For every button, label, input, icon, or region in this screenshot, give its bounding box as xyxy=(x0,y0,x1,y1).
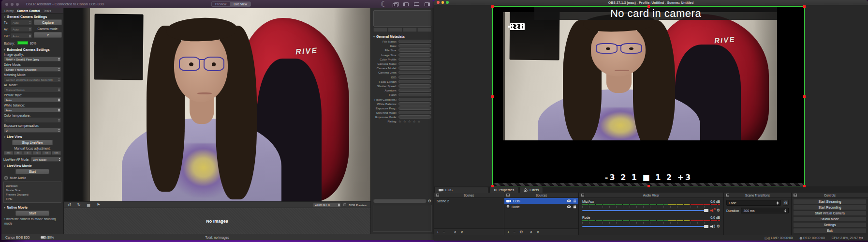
tab-library[interactable]: Library xyxy=(4,9,14,13)
popout-icon[interactable] xyxy=(581,194,584,197)
move-scene-up-button[interactable]: ∧ xyxy=(454,230,456,234)
channel-button[interactable] xyxy=(403,28,417,32)
remove-scene-button[interactable]: − xyxy=(443,230,445,234)
resize-handle[interactable] xyxy=(647,185,650,187)
volume-slider-handle[interactable] xyxy=(704,209,708,212)
resize-handle[interactable] xyxy=(491,5,494,8)
gear-icon[interactable]: ⚙ xyxy=(717,225,720,228)
resize-handle[interactable] xyxy=(803,95,806,98)
tab-camera-control[interactable]: Camera Control xyxy=(17,9,40,13)
extended-camera-settings-header[interactable]: ▾ Extended Camera Settings xyxy=(1,46,63,52)
minimize-button[interactable] xyxy=(11,3,14,6)
mute-speaker-icon[interactable] xyxy=(710,209,715,212)
setting-dropdown[interactable]: Center-Weighted Average Metering xyxy=(4,77,61,82)
control-button[interactable]: Settings xyxy=(793,222,867,227)
duration-input[interactable]: 300 ms xyxy=(741,208,789,213)
grid-overlay-icon[interactable]: ▦ xyxy=(87,203,90,207)
tab-eos-properties[interactable]: EOS xyxy=(434,187,488,193)
resize-handle[interactable] xyxy=(803,185,806,187)
volume-slider[interactable] xyxy=(582,226,708,227)
duration-stepper[interactable] xyxy=(784,209,786,212)
visibility-eye-icon[interactable] xyxy=(567,199,571,202)
setting-dropdown[interactable]: Single-Frame Shooting xyxy=(4,67,61,72)
toggle-bottom-panel-icon[interactable] xyxy=(414,2,419,6)
focus-step-button[interactable]: < xyxy=(23,151,32,155)
add-source-button[interactable]: + xyxy=(507,230,510,234)
setting-dropdown[interactable]: Auto xyxy=(4,97,61,102)
focus-step-button[interactable]: >> xyxy=(42,151,51,155)
channel-button[interactable] xyxy=(388,28,402,32)
focus-step-button[interactable]: >>> xyxy=(52,151,61,155)
popout-icon[interactable] xyxy=(726,194,729,197)
selected-video-source[interactable]: RIVE No card in camera -3 2 xyxy=(493,7,804,186)
speaker-icon[interactable] xyxy=(710,225,715,228)
toggle-left-panel-icon[interactable] xyxy=(403,2,409,6)
setting-dropdown[interactable]: Auto xyxy=(4,107,61,112)
volume-slider-handle[interactable] xyxy=(704,225,708,228)
native-movie-header[interactable]: ▾ Native Movie xyxy=(1,204,63,210)
source-row-rode[interactable]: Rode xyxy=(504,204,578,210)
setting-dropdown[interactable]: RAW + Small1 Fine Jpeg xyxy=(4,57,61,61)
visibility-eye-icon[interactable] xyxy=(567,205,571,208)
transition-type-select[interactable]: Fade xyxy=(726,200,781,206)
setting-dropdown[interactable]: Manual Focus xyxy=(4,87,61,92)
transition-gear-button[interactable]: ⚙ xyxy=(783,200,789,206)
zoom-dropdown[interactable]: Zoom to Fit xyxy=(313,203,341,207)
control-button[interactable]: Exit xyxy=(793,228,867,233)
lock-icon[interactable] xyxy=(573,205,576,209)
resize-handle[interactable] xyxy=(491,95,494,98)
liveview-movie-header[interactable]: ▾ LiveView Movie xyxy=(1,163,63,168)
live-view-header[interactable]: ▾ Live View xyxy=(1,134,63,139)
capture-button[interactable]: Capture xyxy=(34,19,62,25)
resize-handle[interactable] xyxy=(647,5,650,8)
resize-handle[interactable] xyxy=(803,5,806,8)
control-button[interactable]: Studio Mode xyxy=(793,216,867,222)
move-scene-down-button[interactable]: ∨ xyxy=(460,230,463,234)
liveview-af-dropdown[interactable]: Live Mode xyxy=(31,157,61,162)
tab-filters[interactable]: Filters xyxy=(519,187,543,193)
dof-preview-checkbox[interactable] xyxy=(343,203,346,206)
tv-dropdown[interactable]: Auto xyxy=(11,20,32,25)
channel-button[interactable] xyxy=(373,28,387,32)
stop-liveview-button[interactable]: Stop LiveView xyxy=(12,140,53,145)
tab-properties[interactable]: ⚙ Properties xyxy=(489,187,518,193)
preview-tab[interactable]: Preview xyxy=(211,1,230,7)
highlight-warning-icon[interactable]: ⚑ xyxy=(97,203,100,207)
source-properties-button[interactable]: ⚙ xyxy=(519,230,523,234)
gear-icon[interactable]: ⚙ xyxy=(717,209,720,212)
liveview-movie-start-button[interactable]: Start xyxy=(15,169,49,174)
general-metadata-header[interactable]: ▾ General Metadata xyxy=(371,33,434,39)
rating-stars[interactable]: ☆ ☆ ☆ ☆ ☆ xyxy=(398,120,421,123)
popout-icon[interactable] xyxy=(794,194,797,197)
remove-source-button[interactable]: − xyxy=(514,230,516,234)
close-button[interactable] xyxy=(5,3,8,6)
focus-step-button[interactable]: <<< xyxy=(4,151,13,155)
volume-slider[interactable] xyxy=(582,210,708,211)
rotate-right-icon[interactable]: ↻ xyxy=(77,203,81,207)
add-scene-button[interactable]: + xyxy=(437,230,439,234)
zoom-button[interactable] xyxy=(16,3,19,6)
control-button[interactable]: Start Recording xyxy=(793,205,867,210)
iso-dropdown[interactable]: Auto xyxy=(11,33,32,38)
channel-button[interactable] xyxy=(417,28,431,32)
focus-step-button[interactable]: << xyxy=(14,151,23,155)
scene-list-item[interactable]: Scene 2 xyxy=(434,198,504,204)
popout-icon[interactable] xyxy=(436,194,439,197)
source-row-eos[interactable]: EOS xyxy=(504,198,578,204)
resize-handle[interactable] xyxy=(491,185,494,187)
rotate-left-icon[interactable]: ↺ xyxy=(68,203,71,207)
move-source-down-button[interactable]: ∨ xyxy=(536,230,539,234)
gear-icon[interactable]: ⚙ xyxy=(428,199,431,203)
native-movie-start-button[interactable]: Start xyxy=(15,211,49,216)
move-source-up-button[interactable]: ∧ xyxy=(530,230,533,234)
setting-dropdown[interactable]: 0 xyxy=(4,128,61,133)
general-camera-settings-header[interactable]: ▾ General Camera Settings xyxy=(1,14,63,19)
control-button[interactable]: Start Virtual Camera xyxy=(793,211,867,216)
dark-mode-icon[interactable]: ☾ xyxy=(381,0,387,9)
setting-dropdown[interactable]: - xyxy=(4,118,61,122)
camera-mode-button[interactable]: P xyxy=(34,32,62,38)
tab-tasks[interactable]: Tasks xyxy=(44,9,51,13)
lock-icon[interactable] xyxy=(573,199,576,203)
liveview-tab[interactable]: Live View xyxy=(230,1,251,7)
control-button[interactable]: Start Streaming xyxy=(793,199,867,204)
